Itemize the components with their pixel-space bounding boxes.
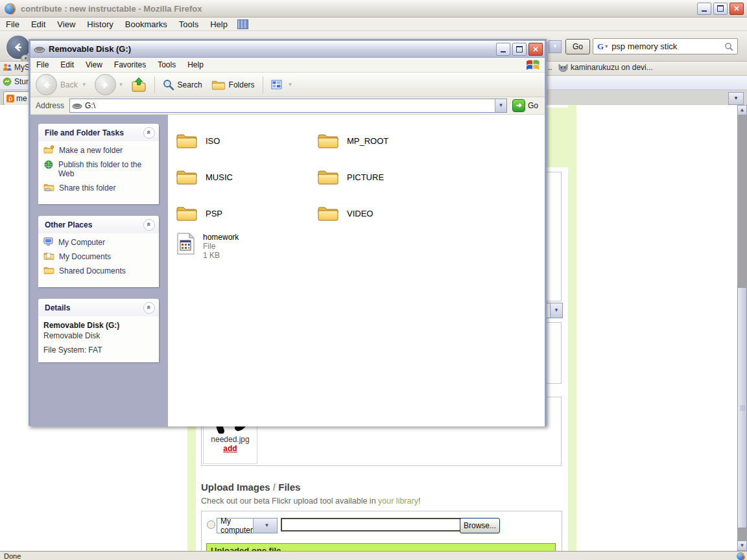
addressbar-dropdown[interactable]: ▾ <box>549 40 562 53</box>
search-engine-dropdown[interactable]: ▾ <box>605 43 611 49</box>
folder-item-psp[interactable]: PSP <box>176 195 317 231</box>
folder-item-mp-root[interactable]: MP_ROOT <box>317 122 458 159</box>
folder-icon <box>317 168 339 186</box>
shared-documents-icon <box>43 266 54 275</box>
menu-bookmarks[interactable]: Bookmarks <box>119 18 173 30</box>
place-shared-documents[interactable]: Shared Documents <box>43 266 154 275</box>
other-places-box: Other Places « My Computer <box>38 216 159 287</box>
explorer-toolbar: Back ▼ ▼ Search Fo <box>30 73 545 97</box>
bookmark-deviant[interactable]: kaminarukuzu on devi... <box>558 63 653 72</box>
source-select[interactable]: My computer ▾ <box>217 518 278 533</box>
address-input[interactable]: G:\ ▾ <box>69 99 507 113</box>
collapse-chevron-icon[interactable]: « <box>143 302 155 314</box>
views-icon <box>271 80 282 89</box>
task-publish-folder[interactable]: Publish this folder to the Web <box>43 160 154 178</box>
folder-item-video[interactable]: VIDEO <box>317 195 458 231</box>
folder-item-music[interactable]: MUSIC <box>176 159 317 195</box>
explorer-menu-tools[interactable]: Tools <box>152 59 182 71</box>
folder-up-icon <box>131 77 147 92</box>
list-all-tabs-button[interactable]: ▾ <box>728 92 744 105</box>
explorer-menu-file[interactable]: File <box>30 59 54 71</box>
place-my-documents[interactable]: My Documents <box>43 252 154 261</box>
explorer-menu-view[interactable]: View <box>80 59 108 71</box>
menu-file[interactable]: File <box>0 18 25 30</box>
details-header[interactable]: Details « <box>38 299 159 316</box>
removable-disk-icon <box>34 45 45 53</box>
file-name: homework <box>203 233 239 242</box>
search-input[interactable]: G ▾ psp memory stick <box>593 38 738 54</box>
page-green-strip-right <box>568 105 576 551</box>
status-text: Done <box>0 552 737 560</box>
details-volume-type: Removable Disk <box>43 331 154 340</box>
restore-button[interactable] <box>713 3 728 15</box>
scroll-down-button[interactable]: ▼ <box>737 541 747 551</box>
task-share-folder[interactable]: Share this folder <box>43 183 154 192</box>
address-label: Address <box>36 101 64 110</box>
menu-tools[interactable]: Tools <box>173 18 204 30</box>
folder-item-iso[interactable]: ISO <box>176 122 317 159</box>
bookmark-myspace[interactable]: MyS <box>3 63 30 72</box>
explorer-menu-help[interactable]: Help <box>182 59 209 71</box>
collapse-chevron-icon[interactable]: « <box>143 127 155 139</box>
menu-edit[interactable]: Edit <box>25 18 51 30</box>
back-dropdown-caret[interactable]: ▼ <box>82 82 87 88</box>
explorer-menu-favorites[interactable]: Favorites <box>108 59 152 71</box>
explorer-close-button[interactable] <box>528 43 543 56</box>
file-item-homework[interactable]: homework File 1 KB <box>176 233 545 260</box>
scroll-up-button[interactable]: ▲ <box>737 105 747 115</box>
views-button[interactable]: ▼ <box>267 78 300 91</box>
address-dropdown[interactable]: ▾ <box>495 99 506 112</box>
folder-icon <box>176 204 198 222</box>
firefox-titlebar: contribute : new instructable - Mozilla … <box>0 0 747 18</box>
firefox-window-title: contribute : new instructable - Mozilla … <box>21 4 202 14</box>
explorer-back-button[interactable] <box>36 74 57 95</box>
go-button[interactable]: Go <box>565 39 590 54</box>
close-button[interactable] <box>729 3 744 15</box>
search-button[interactable]: Search <box>158 77 207 93</box>
scrollbar-thumb[interactable] <box>737 287 747 528</box>
extension-icon[interactable] <box>237 19 248 29</box>
windows-logo-icon <box>525 58 541 71</box>
chevron-down-icon: ▾ <box>550 303 562 318</box>
search-icon[interactable] <box>724 42 737 51</box>
add-link[interactable]: add <box>223 444 237 453</box>
your-library-link[interactable]: your library <box>378 496 418 506</box>
explorer-titlebar[interactable]: Removable Disk (G:) <box>30 41 545 58</box>
folder-icon <box>317 204 339 222</box>
firefox-status-icon[interactable] <box>737 552 744 560</box>
vertical-scrollbar[interactable]: ▲ ▼ <box>737 105 747 551</box>
file-folder-tasks-header[interactable]: File and Folder Tasks « <box>38 124 159 141</box>
stumbleupon-icon <box>3 77 12 86</box>
bookmark-ellipsis[interactable]: .. <box>548 63 552 72</box>
place-my-computer[interactable]: My Computer <box>43 238 154 247</box>
explorer-forward-button[interactable] <box>95 74 116 95</box>
folder-item-picture[interactable]: PICTURE <box>317 159 458 195</box>
explorer-menubar: File Edit View Favorites Tools Help <box>30 58 545 73</box>
browse-button[interactable]: Browse... <box>460 518 500 533</box>
explorer-menu-edit[interactable]: Edit <box>54 59 80 71</box>
other-places-header[interactable]: Other Places « <box>38 216 159 233</box>
menu-history[interactable]: History <box>81 18 119 30</box>
collapse-chevron-icon[interactable]: « <box>143 219 155 231</box>
views-dropdown-caret[interactable]: ▼ <box>288 82 293 88</box>
source-radio[interactable] <box>207 520 215 529</box>
address-go-button[interactable]: ➜ Go <box>512 99 538 112</box>
file-icon <box>176 233 195 255</box>
up-button[interactable] <box>126 75 151 94</box>
firefox-menubar: File Edit View History Bookmarks Tools H… <box>0 18 747 31</box>
menu-view[interactable]: View <box>51 18 81 30</box>
explorer-window: Removable Disk (G:) File Edit View Favor… <box>29 39 547 426</box>
task-make-new-folder[interactable]: Make a new folder <box>43 146 154 155</box>
details-filesystem: File System: FAT <box>43 345 154 355</box>
forward-dropdown-caret[interactable]: ▼ <box>119 82 124 88</box>
back-arrow-icon <box>13 42 23 52</box>
minimize-button[interactable] <box>697 3 711 15</box>
folders-button[interactable]: Folders <box>207 77 259 92</box>
explorer-taskpane: File and Folder Tasks « Make a new folde… <box>30 115 168 426</box>
file-path-input[interactable] <box>281 518 461 531</box>
new-folder-icon <box>43 145 54 154</box>
explorer-minimize-button[interactable] <box>496 43 510 56</box>
explorer-maximize-button[interactable] <box>512 43 527 56</box>
menu-help[interactable]: Help <box>204 18 233 30</box>
tab-favicon: ρ <box>6 95 14 102</box>
